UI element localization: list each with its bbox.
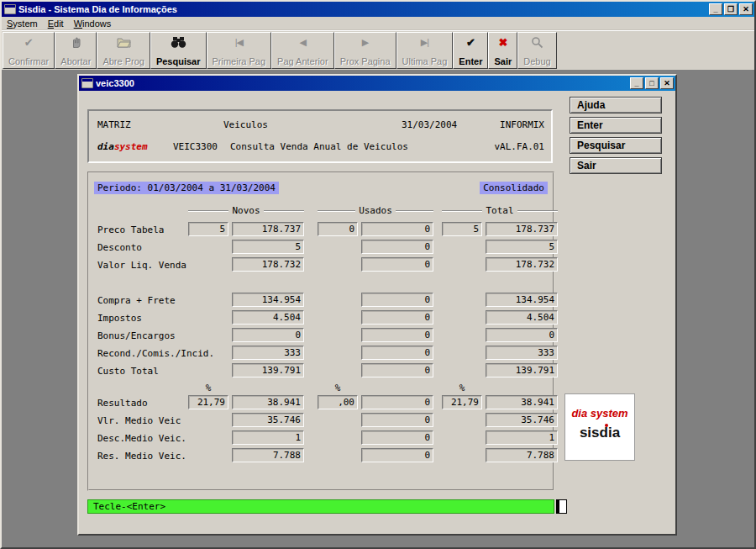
value-field-usados[interactable]: 0 (361, 240, 433, 254)
value-field-usados[interactable]: 0 (361, 430, 433, 445)
folder-open-icon (117, 35, 131, 49)
form-row-res-medio-veic: Res. Medio Veic.7.78807.788 (89, 448, 553, 466)
form-row-desconto: Desconto505 (89, 240, 553, 257)
form-row-bonus-encargos: Bonus/Encargos000 (89, 328, 553, 346)
child-content: MATRIZ Veiculos 31/03/2004 INFORMIX dias… (79, 91, 675, 534)
form-row-vlr-medio-veic: Vlr. Medio Veic35.746035.746 (89, 413, 553, 430)
value-field-usados[interactable]: 0 (361, 310, 433, 325)
database-label: INFORMIX (500, 119, 544, 130)
value-field-novos[interactable]: 1 (232, 430, 304, 445)
value-field-usados[interactable]: 0 (361, 363, 433, 377)
value-field-total[interactable]: 333 (486, 346, 558, 360)
menu-item-system[interactable]: System (2, 18, 43, 29)
value-field-usados[interactable]: 0 (361, 346, 433, 360)
child-title: veic3300 (96, 78, 630, 88)
row-label: Resultado (97, 398, 148, 409)
row-label: Res. Medio Veic. (97, 451, 186, 462)
brand-dia: dia (97, 141, 114, 152)
toolbar-button-pesquisar[interactable]: Pesquisar (150, 32, 207, 69)
value-field-novos[interactable]: 178.737 (232, 222, 304, 236)
toolbar-button-label: Prox Pagina (340, 56, 391, 66)
value-field-total[interactable]: 139.791 (486, 363, 558, 377)
value-field-usados[interactable]: 0 (361, 328, 433, 342)
group-header-total: Total (442, 205, 558, 216)
toolbar-button-confirmar: ✔Confirmar (3, 32, 55, 69)
app-window: Sisdia - Sistema Dia de Informações _ ❐ … (0, 0, 756, 549)
value-field-novos[interactable]: 178.732 (232, 257, 304, 272)
close-button[interactable]: ✕ (739, 3, 753, 15)
value-field-novos[interactable]: 4.504 (232, 310, 304, 325)
value-field-novos[interactable]: 134.954 (232, 293, 304, 307)
toolbar-button-label: Abortar (60, 56, 91, 66)
side-button-enter[interactable]: Enter (570, 117, 662, 134)
value-field-novos[interactable]: 5 (232, 240, 304, 254)
value-field-total[interactable]: 35.746 (486, 413, 558, 427)
binoculars-icon (171, 35, 186, 49)
value-field-novos[interactable]: 0 (232, 328, 304, 342)
child-minimize-button[interactable]: _ (630, 77, 643, 89)
restore-button[interactable]: ❐ (724, 3, 738, 15)
value-field-total[interactable]: 178.732 (486, 257, 558, 272)
toolbar-button-label: Debug (523, 56, 550, 66)
toolbar-button-label: Primeira Pag (213, 56, 266, 66)
side-button-panel: AjudaEnterPesquisarSair (570, 97, 662, 177)
menu-item-windows[interactable]: Windows (69, 18, 117, 29)
qty-field-novos[interactable]: 21,79 (188, 395, 228, 409)
row-label: Desc.Medio Veic. (97, 433, 186, 444)
toolbar-button-enter[interactable]: ✔Enter (453, 32, 488, 69)
value-field-novos[interactable]: 139.791 (232, 363, 304, 377)
child-close-button[interactable]: ✕ (660, 77, 674, 89)
value-field-total[interactable]: 7.788 (486, 448, 558, 462)
toolbar-button-primeira-pag: |◀Primeira Pag (207, 32, 272, 69)
form-row-valor-liq-venda: Valor Liq. Venda178.7320178.732 (89, 257, 553, 275)
form-row-compra-frete: Compra + Frete134.9540134.954 (89, 293, 553, 310)
toolbar-button-sair[interactable]: ✖Sair (488, 32, 517, 69)
version-label: vAL.FA.01 (494, 141, 544, 152)
qty-field-total[interactable]: 21,79 (442, 395, 482, 409)
child-maximize-button[interactable]: □ (645, 77, 659, 89)
row-label: Bonus/Encargos (97, 330, 176, 341)
input-cursor[interactable] (556, 499, 567, 514)
value-field-total[interactable]: 178.737 (486, 222, 558, 236)
qty-field-usados[interactable]: ,00 (318, 395, 358, 409)
value-field-total[interactable]: 4.504 (486, 310, 558, 325)
value-field-usados[interactable]: 0 (361, 257, 433, 272)
value-field-novos[interactable]: 35.746 (232, 413, 304, 427)
value-field-usados[interactable]: 0 (361, 293, 433, 307)
menu-item-edit[interactable]: Edit (43, 18, 69, 29)
value-field-usados[interactable]: 0 (361, 395, 433, 409)
value-field-usados[interactable]: 0 (361, 413, 433, 427)
side-button-ajuda[interactable]: Ajuda (570, 97, 662, 113)
toolbar-button-label: Ultima Pag (402, 56, 448, 66)
side-button-pesquisar[interactable]: Pesquisar (570, 137, 662, 154)
value-field-total[interactable]: 38.941 (486, 395, 558, 409)
value-field-usados[interactable]: 0 (361, 448, 433, 462)
logo-sisdia-text: sisdia (580, 425, 620, 441)
toolbar-button-label: Confirmar (8, 56, 49, 66)
value-field-total[interactable]: 134.954 (486, 293, 558, 307)
value-field-total[interactable]: 1 (486, 430, 558, 445)
value-field-total[interactable]: 0 (486, 328, 558, 342)
value-field-total[interactable]: 5 (486, 240, 558, 254)
row-label: Recond./Comis./Incid. (97, 348, 214, 359)
header-box: MATRIZ Veiculos 31/03/2004 INFORMIX dias… (87, 109, 553, 163)
toolbar-button-label: Pag Anterior (277, 56, 328, 66)
qty-field-total[interactable]: 5 (442, 222, 482, 236)
qty-field-novos[interactable]: 5 (188, 222, 228, 236)
value-field-novos[interactable]: 7.788 (232, 448, 304, 462)
value-field-novos[interactable]: 38.941 (232, 395, 304, 409)
side-button-sair[interactable]: Sair (570, 157, 662, 174)
period-label: Periodo: 01/03/2004 a 31/03/2004 (94, 182, 279, 194)
form-row-desc-medio-veic: Desc.Medio Veic.101 (89, 430, 553, 448)
app-title: Sisdia - Sistema Dia de Informações (18, 4, 709, 14)
value-field-usados[interactable]: 0 (361, 222, 433, 236)
group-header-usados: Usados (318, 205, 433, 216)
minimize-button[interactable]: _ (709, 3, 722, 15)
check-bold-icon: ✔ (466, 35, 475, 49)
row-label: Vlr. Medio Veic (97, 415, 181, 426)
last-page-icon: ▶| (421, 35, 428, 49)
qty-field-usados[interactable]: 0 (318, 222, 358, 236)
app-icon (4, 4, 16, 14)
child-titlebar: veic3300 _ □ ✕ (79, 76, 675, 91)
value-field-novos[interactable]: 333 (232, 346, 304, 360)
